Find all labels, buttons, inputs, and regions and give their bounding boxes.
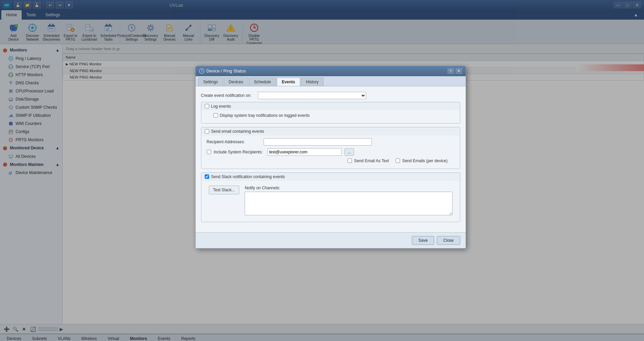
modal-close-footer-button[interactable]: Close <box>437 236 460 245</box>
send-as-text-label: Send Email As Text <box>354 158 389 163</box>
create-event-label: Create event notification on: <box>201 93 255 98</box>
send-email-header: Send email containing events <box>201 127 460 135</box>
send-slack-checkbox[interactable] <box>205 174 209 179</box>
send-slack-header: Send Slack notification containing event… <box>201 173 460 181</box>
send-email-section: Send email containing events Recipient A… <box>201 127 460 169</box>
slack-channels-textarea[interactable] <box>245 192 452 215</box>
send-slack-body: Test Slack... Notify on Channels: <box>201 181 460 222</box>
recipient-addresses-label: Recipient Addresses: <box>207 140 261 144</box>
send-email-checkbox[interactable] <box>205 129 209 133</box>
send-per-device-label: Send Emails (per device) <box>402 158 447 163</box>
include-system-recipients-label: Include System Recipients: <box>214 150 263 154</box>
system-recipients-input[interactable] <box>267 148 342 156</box>
modal-title-text: Device / Ping Status <box>206 68 246 73</box>
include-system-recipients-row: Include System Recipients: ... <box>207 148 454 156</box>
modal-title-bar: Device / Ping Status ? ✕ <box>196 66 466 76</box>
modal-footer: Save Close <box>196 232 466 248</box>
send-as-text-row: Send Email As Text <box>348 158 389 163</box>
send-as-text-checkbox[interactable] <box>348 158 352 163</box>
email-options: Send Email As Text Send Emails (per devi… <box>207 158 454 165</box>
send-per-device-row: Send Emails (per device) <box>396 158 447 163</box>
slack-right: Notify on Channels: <box>245 186 452 216</box>
modal-tab-devices[interactable]: Devices <box>224 78 248 86</box>
send-slack-section: Send Slack notification containing event… <box>201 172 460 222</box>
log-events-body: Display system tray notifications on log… <box>201 110 460 123</box>
modal-tab-settings[interactable]: Settings <box>198 78 223 86</box>
display-systray-checkbox[interactable] <box>214 113 218 118</box>
modal-tab-schedule[interactable]: Schedule <box>249 78 276 86</box>
send-email-body: Recipient Addresses: Include System Reci… <box>201 135 460 169</box>
log-events-section: Log events Display system tray notificat… <box>201 102 460 124</box>
modal-help-btn[interactable]: ? <box>447 68 454 74</box>
modal-title-icon <box>199 68 204 74</box>
send-slack-label: Send Slack notification containing event… <box>211 174 285 179</box>
log-events-checkbox[interactable] <box>205 104 209 108</box>
modal-overlay[interactable]: Device / Ping Status ? ✕ Settings Device… <box>0 0 644 341</box>
modal-body: Create event notification on: Log events… <box>196 86 466 232</box>
slack-left: Test Slack... <box>209 186 240 216</box>
include-system-recipients-checkbox[interactable] <box>207 150 211 154</box>
modal-title-left: Device / Ping Status <box>199 68 246 74</box>
create-event-row: Create event notification on: <box>201 92 460 99</box>
log-events-header: Log events <box>201 102 460 110</box>
recipient-addresses-row: Recipient Addresses: <box>207 138 454 146</box>
modal-tab-events[interactable]: Events <box>277 78 300 86</box>
modal-dialog: Device / Ping Status ? ✕ Settings Device… <box>195 66 466 249</box>
slack-inner: Test Slack... Notify on Channels: <box>207 184 454 218</box>
test-slack-button[interactable]: Test Slack... <box>209 186 240 194</box>
modal-tab-history[interactable]: History <box>301 78 324 86</box>
send-per-device-checkbox[interactable] <box>396 158 400 163</box>
display-systray-row: Display system tray notifications on log… <box>214 113 454 118</box>
notify-channels-label: Notify on Channels: <box>245 186 452 190</box>
modal-save-button[interactable]: Save <box>412 236 434 245</box>
send-email-label: Send email containing events <box>211 129 264 134</box>
log-events-label: Log events <box>211 104 231 109</box>
modal-controls: ? ✕ <box>447 68 462 74</box>
display-systray-label: Display system tray notifications on log… <box>220 113 310 118</box>
modal-close-btn[interactable]: ✕ <box>456 68 462 74</box>
create-event-select[interactable] <box>258 92 366 99</box>
recipient-addresses-input[interactable] <box>264 138 372 146</box>
system-recipients-browse-btn[interactable]: ... <box>345 148 354 156</box>
modal-tab-bar: Settings Devices Schedule Events History <box>196 76 466 86</box>
